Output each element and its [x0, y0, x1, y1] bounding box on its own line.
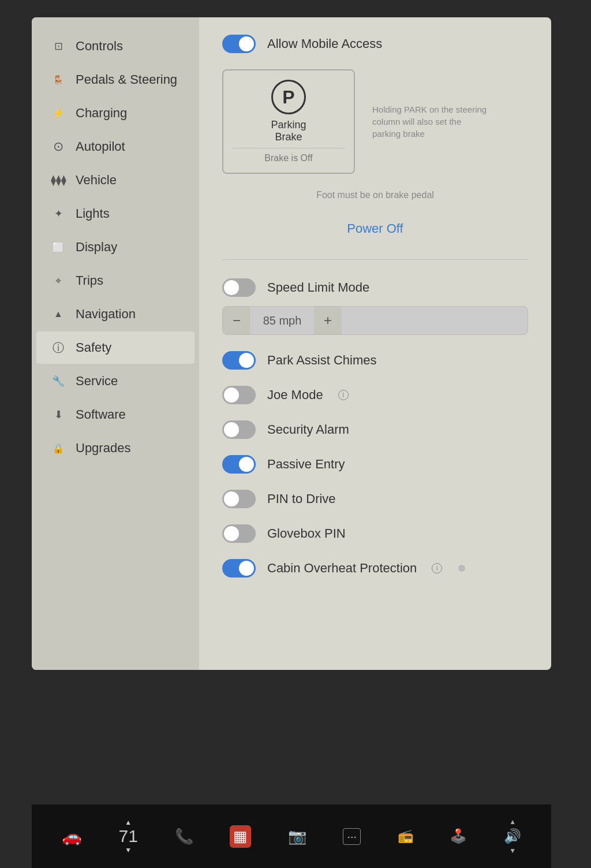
right-panel: Allow Mobile Access P ParkingBrake Brake… [199, 17, 551, 670]
taskbar-car[interactable]: 🚗 [62, 827, 82, 846]
volume-down-icon: ▼ [509, 847, 516, 855]
sidebar-label-safety: Safety [76, 340, 111, 355]
joe-mode-toggle[interactable] [222, 386, 256, 404]
sidebar-label-navigation: Navigation [76, 307, 136, 322]
pin-to-drive-label: PIN to Drive [267, 491, 336, 506]
service-icon: 🔧 [50, 373, 66, 389]
mobile-access-row: Allow Mobile Access [222, 35, 528, 53]
navigation-icon: ▲ [50, 306, 66, 322]
passive-entry-toggle[interactable] [222, 455, 256, 474]
temp-down-arrow: ▼ [125, 846, 132, 854]
safety-icon: ⓘ [50, 340, 66, 356]
parking-brake-icon: P [271, 80, 306, 114]
toggle-thumb-passive [239, 457, 254, 472]
passive-entry-label: Passive Entry [267, 457, 345, 472]
sidebar-label-vehicle: Vehicle [76, 173, 117, 188]
taskbar-audio[interactable]: ▦ [230, 825, 251, 848]
camera-icon: 📷 [288, 828, 306, 845]
sidebar-item-controls[interactable]: ⊡ Controls [36, 30, 194, 62]
taskbar-menu[interactable]: ··· [343, 828, 361, 845]
parking-brake-box[interactable]: P ParkingBrake Brake is Off [222, 69, 355, 174]
taskbar-gamepad[interactable]: 🕹️ [450, 828, 467, 844]
toggle-thumb-glovebox [224, 526, 239, 541]
glovebox-pin-label: Glovebox PIN [267, 526, 346, 541]
sidebar-item-display[interactable]: ⬜ Display [36, 231, 194, 263]
sidebar-item-lights[interactable]: ✦ Lights [36, 198, 194, 230]
power-off-button[interactable]: Power Off [222, 217, 528, 241]
glovebox-pin-toggle[interactable] [222, 524, 256, 543]
speed-plus-button[interactable]: + [314, 307, 342, 334]
upgrades-icon: 🔒 [50, 440, 66, 456]
lights-icon: ✦ [50, 206, 66, 222]
cabin-overheat-info-icon[interactable]: i [432, 563, 442, 573]
sidebar-item-software[interactable]: ⬇ Software [36, 398, 194, 431]
taskbar-temperature[interactable]: ▲ 71 ▼ [118, 818, 137, 854]
park-assist-row: Park Assist Chimes [222, 351, 528, 370]
sidebar-item-upgrades[interactable]: 🔒 Upgrades [36, 432, 194, 464]
controls-icon: ⊡ [50, 38, 66, 54]
mobile-access-label: Allow Mobile Access [267, 36, 382, 51]
gamepad-icon: 🕹️ [450, 828, 467, 844]
foot-note: Foot must be on brake pedal [222, 190, 528, 200]
pedals-icon: 🪑 [50, 72, 66, 88]
sidebar-label-display: Display [76, 240, 117, 255]
sidebar-item-safety[interactable]: ⓘ Safety [36, 331, 194, 364]
radio-icon: 📻 [398, 829, 413, 844]
volume-icon: 🔊 [504, 828, 521, 844]
parking-brake-status: Brake is Off [233, 148, 345, 163]
pin-to-drive-row: PIN to Drive [222, 490, 528, 508]
sidebar-label-software: Software [76, 407, 126, 422]
car-icon: 🚗 [62, 827, 82, 846]
pin-to-drive-toggle[interactable] [222, 490, 256, 508]
temp-up-arrow: ▲ [125, 818, 132, 826]
toggle-thumb-pin [224, 491, 239, 506]
taskbar-volume[interactable]: ▲ 🔊 ▼ [504, 818, 521, 855]
park-assist-label: Park Assist Chimes [267, 353, 377, 368]
sidebar-item-autopilot[interactable]: ⊙ Autopilot [36, 131, 194, 163]
joe-mode-row: Joe Mode i [222, 386, 528, 404]
park-assist-toggle[interactable] [222, 351, 256, 370]
vehicle-icon: ⧫⧫⧫ [50, 172, 66, 188]
parking-brake-section: P ParkingBrake Brake is Off Holding PARK… [222, 69, 528, 174]
parking-p-letter: P [282, 87, 294, 108]
sidebar-item-vehicle[interactable]: ⧫⧫⧫ Vehicle [36, 164, 194, 196]
sidebar-item-service[interactable]: 🔧 Service [36, 365, 194, 397]
charging-icon: ⚡ [50, 105, 66, 121]
parking-brake-hint: Holding PARK on the steering column will… [372, 103, 488, 140]
mobile-access-toggle[interactable] [222, 35, 256, 53]
security-alarm-label: Security Alarm [267, 422, 349, 437]
display-icon: ⬜ [50, 239, 66, 255]
trips-icon: ⌖ [50, 273, 66, 289]
content-area: ⊡ Controls 🪑 Pedals & Steering ⚡ Chargin… [32, 17, 551, 670]
speed-limit-section: Speed Limit Mode − 85 mph + [222, 278, 528, 335]
cabin-overheat-row: Cabin Overheat Protection i [222, 559, 528, 578]
joe-mode-info-icon[interactable]: i [338, 390, 349, 400]
speed-limit-toggle[interactable] [222, 278, 256, 297]
taskbar-camera[interactable]: 📷 [288, 828, 306, 845]
joe-mode-label: Joe Mode [267, 388, 323, 403]
sidebar-item-navigation[interactable]: ▲ Navigation [36, 298, 194, 330]
speed-minus-button[interactable]: − [223, 307, 250, 334]
sidebar-label-trips: Trips [76, 273, 103, 288]
taskbar-phone[interactable]: 📞 [175, 828, 193, 845]
menu-icon: ··· [343, 828, 361, 845]
speed-limit-label: Speed Limit Mode [267, 280, 369, 295]
security-alarm-toggle[interactable] [222, 420, 256, 439]
cabin-overheat-dot [458, 565, 465, 572]
cabin-overheat-toggle[interactable] [222, 559, 256, 578]
sidebar-label-pedals: Pedals & Steering [76, 72, 177, 87]
cabin-overheat-label: Cabin Overheat Protection [267, 561, 417, 576]
sidebar: ⊡ Controls 🪑 Pedals & Steering ⚡ Chargin… [32, 17, 199, 670]
sidebar-item-pedals[interactable]: 🪑 Pedals & Steering [36, 64, 194, 96]
taskbar: 🚗 ▲ 71 ▼ 📞 ▦ 📷 ··· 📻 🕹️ ▲ 🔊 ▼ [32, 804, 551, 868]
phone-icon: 📞 [175, 828, 193, 845]
taskbar-radio[interactable]: 📻 [398, 829, 413, 844]
toggle-thumb [239, 36, 254, 51]
toggle-thumb-security [224, 422, 239, 437]
speed-stepper: − 85 mph + [222, 306, 528, 335]
sidebar-item-trips[interactable]: ⌖ Trips [36, 265, 194, 297]
sidebar-label-upgrades: Upgrades [76, 441, 130, 456]
security-alarm-row: Security Alarm [222, 420, 528, 439]
audio-icon: ▦ [230, 825, 251, 848]
sidebar-item-charging[interactable]: ⚡ Charging [36, 97, 194, 129]
